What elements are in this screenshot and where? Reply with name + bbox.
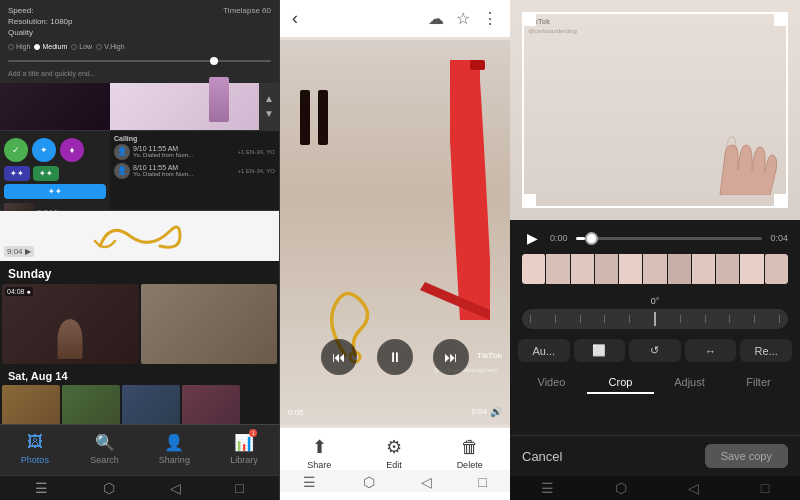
photo-thumb-2[interactable] [141,284,278,364]
action-btn1[interactable]: ✦✦ [4,166,30,181]
back-icon3[interactable]: ◁ [688,480,699,496]
action-btn2[interactable]: ✦✦ [33,166,59,181]
tab-video[interactable]: Video [518,372,585,394]
back-button[interactable]: ‹ [292,8,298,29]
play-pause-button[interactable]: ⏸ [377,339,413,375]
rotation-slider[interactable] [522,309,788,329]
save-copy-button[interactable]: Save copy [705,444,788,468]
header-right: ☁ ☆ ⋮ [428,9,498,28]
purple-btn[interactable]: ♦ [60,138,84,162]
filmstrip [522,254,788,284]
back-icon2[interactable]: ◁ [421,474,432,490]
aspect-icon: ⬜ [592,344,606,357]
resolution-label: Resolution: 1080p [8,17,73,26]
tab-filter-label: Filter [746,376,770,388]
quality-low[interactable]: Low [71,43,92,50]
nav-photos[interactable]: 🖼 Photos [0,431,70,465]
delete-icon: 🗑 [461,437,479,458]
photos-grid: 04:08 ● [0,284,279,364]
photo-thumb-1[interactable]: 04:08 ● [2,284,139,364]
blue-btn[interactable]: ✦ [32,138,56,162]
volume-icon[interactable]: 🔊 [490,406,502,417]
recents-icon2[interactable]: □ [478,474,486,490]
cancel-button[interactable]: Cancel [522,449,562,464]
menu-icon2[interactable]: ☰ [303,474,316,490]
small-thumb-2[interactable] [62,385,120,424]
tab-adjust[interactable]: Adjust [656,372,723,394]
timeline-bar[interactable] [576,237,763,240]
thumbnail-dark[interactable] [0,83,110,130]
photos-label: Photos [21,455,49,465]
tiktok-crop-label: TikTok [528,18,550,25]
share-action[interactable]: ⬆ Share [307,436,331,470]
quality-very-high[interactable]: V.High [96,43,124,50]
scroll-controls[interactable]: ▲ ▼ [259,83,279,130]
quality-slider[interactable] [8,60,271,62]
tab-adjust-label: Adjust [674,376,705,388]
nav-search[interactable]: 🔍 Search [70,431,140,465]
recents-icon[interactable]: □ [235,480,243,496]
quality-options[interactable]: High Medium Low V.High [8,43,271,50]
cloud-icon[interactable]: ☁ [428,9,444,28]
actions-row: ⬆ Share ⚙ Edit 🗑 Delete [280,436,510,470]
time-start-overlay: 0:05 [288,408,304,417]
video-panel: ‹ ☁ ☆ ⋮ TikTok @carlosanderding/medi. [280,0,510,500]
timeline-section: ▶ 0:00 0:04 [510,220,800,292]
nav-library[interactable]: 📊 1 Library [209,431,279,465]
aspect-tool-button[interactable]: ⬜ [574,339,626,362]
small-thumb-4[interactable] [182,385,240,424]
menu-icon3[interactable]: ☰ [541,480,554,496]
forward-button[interactable]: ⏭ [433,339,469,375]
share-icon: ⬆ [312,436,327,458]
quality-high[interactable]: High [8,43,30,50]
crop-time-start: 0:00 [550,233,568,243]
settings-area: Speed: Timelapse 60 Resolution: 1080p Qu… [0,0,279,83]
more-icon[interactable]: ⋮ [482,9,498,28]
tab-filter[interactable]: Filter [725,372,792,394]
calling-header: Calling [114,135,275,142]
small-thumb-3[interactable] [122,385,180,424]
panel2-sys-bar: ☰ ⬡ ◁ □ [280,470,510,492]
recents-icon3[interactable]: □ [761,480,769,496]
nav-sharing[interactable]: 👤 Sharing [140,431,210,465]
auto-label: Au... [532,345,555,357]
tab-crop[interactable]: Crop [587,372,654,394]
green-btn[interactable]: ✓ [4,138,28,162]
small-thumbs-row [0,385,279,424]
small-thumb-1[interactable] [2,385,60,424]
quality-medium[interactable]: Medium [34,43,67,50]
timeline-thumb[interactable] [585,232,598,245]
auto-tool-button[interactable]: Au... [518,339,570,362]
flip-tool-button[interactable]: ↔ [685,339,737,362]
rotate-tool-button[interactable]: ↺ [629,339,681,362]
crop-time-end: 0:04 [770,233,788,243]
timeline-progress [576,237,585,240]
reset-label: Re... [755,345,778,357]
rewind-button[interactable]: ⏮ [321,339,357,375]
sat-section-header: Sat, Aug 14 [0,364,279,385]
crop-play-button[interactable]: ▶ [522,228,542,248]
crop-video-area: TikTok @carlosanderding [510,0,800,220]
video-content-area: TikTok @carlosanderding/medi... 0:05 0:0… [280,40,510,425]
speed-value: Timelapse 60 [223,6,271,15]
menu-icon[interactable]: ☰ [35,480,48,496]
back-icon[interactable]: ◁ [170,480,181,496]
library-label: Library [230,455,258,465]
home-icon2[interactable]: ⬡ [363,474,375,490]
call-number-1: +1 EN-34, YO [238,149,275,155]
thumbnail-light[interactable] [110,83,259,130]
red-slide [400,60,500,320]
home-icon3[interactable]: ⬡ [615,480,627,496]
crop-panel: TikTok @carlosanderding ▶ 0:00 0:04 [510,0,800,500]
reset-tool-button[interactable]: Re... [740,339,792,362]
home-icon[interactable]: ⬡ [103,480,115,496]
action-btn3[interactable]: ✦✦ [4,184,106,199]
delete-label: Delete [457,460,483,470]
rotation-section: 0° [510,292,800,333]
edit-action[interactable]: ⚙ Edit [386,436,402,470]
rotation-degree: 0° [522,296,788,306]
doodle-svg [80,211,200,261]
delete-action[interactable]: 🗑 Delete [457,437,483,470]
star-icon[interactable]: ☆ [456,9,470,28]
sunday-section-header: Sunday [0,261,279,284]
